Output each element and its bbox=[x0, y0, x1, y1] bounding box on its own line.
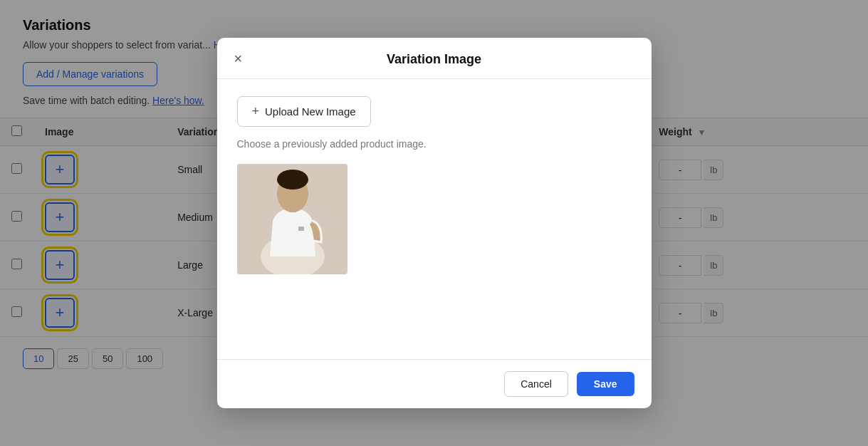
svg-point-4 bbox=[277, 170, 308, 190]
product-image-preview[interactable] bbox=[237, 164, 347, 274]
product-image-svg bbox=[237, 164, 347, 274]
plus-icon: + bbox=[252, 104, 260, 119]
modal-overlay: × Variation Image + Upload New Image Cho… bbox=[0, 0, 868, 446]
save-button[interactable]: Save bbox=[577, 372, 634, 396]
modal-title: Variation Image bbox=[387, 52, 481, 67]
variation-image-modal: × Variation Image + Upload New Image Cho… bbox=[217, 38, 652, 408]
modal-header: × Variation Image bbox=[217, 38, 652, 79]
choose-image-text: Choose a previously added product image. bbox=[237, 138, 632, 150]
modal-footer: Cancel Save bbox=[217, 359, 652, 408]
upload-new-image-button[interactable]: + Upload New Image bbox=[237, 96, 371, 127]
svg-rect-5 bbox=[298, 227, 304, 231]
upload-btn-label: Upload New Image bbox=[265, 105, 356, 118]
modal-body: + Upload New Image Choose a previously a… bbox=[217, 79, 652, 359]
cancel-button[interactable]: Cancel bbox=[504, 371, 568, 397]
modal-close-button[interactable]: × bbox=[231, 48, 246, 68]
